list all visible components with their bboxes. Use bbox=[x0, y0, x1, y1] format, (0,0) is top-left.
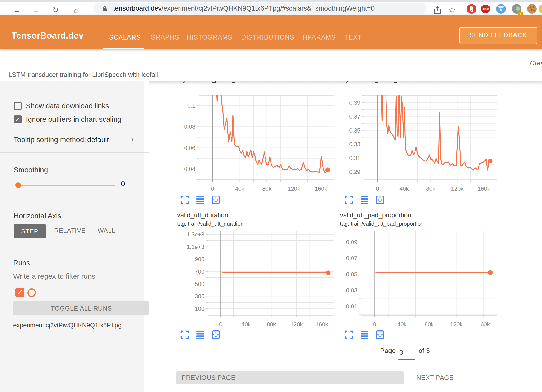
svg-text:0.07: 0.07 bbox=[346, 255, 357, 261]
browser-toolbar: ← → ↻ ⌂ tensorboard.dev/experiment/cj2vt… bbox=[0, 2, 542, 15]
bookmark-star-icon[interactable]: ☆ bbox=[446, 4, 458, 15]
svg-text:160k: 160k bbox=[478, 185, 490, 192]
tooltip-sorting-select[interactable]: default bbox=[87, 136, 109, 144]
ignore-outliers-checkbox[interactable]: ✓ bbox=[14, 115, 22, 123]
svg-text:ABP: ABP bbox=[482, 7, 489, 11]
data-table-icon[interactable] bbox=[196, 195, 205, 204]
fullscreen-icon[interactable] bbox=[180, 195, 189, 204]
chart-valid-simple-loss[interactable]: 0.290.310.330.350.370.39040k80k120k160k bbox=[341, 95, 497, 194]
svg-text:40k: 40k bbox=[397, 321, 407, 328]
run-name: . bbox=[40, 288, 42, 296]
svg-text:120k: 120k bbox=[451, 185, 464, 192]
svg-text:0: 0 bbox=[376, 185, 379, 192]
svg-text:700: 700 bbox=[195, 268, 204, 275]
svg-text:80k: 80k bbox=[425, 321, 434, 328]
svg-text:0.1: 0.1 bbox=[187, 102, 195, 109]
data-table-icon[interactable] bbox=[196, 330, 205, 339]
data-table-icon[interactable] bbox=[360, 195, 369, 204]
tab-distributions[interactable]: DISTRIBUTIONS bbox=[241, 33, 294, 42]
divider bbox=[0, 152, 152, 153]
svg-text:0: 0 bbox=[211, 185, 214, 192]
fullscreen-icon[interactable] bbox=[344, 195, 353, 204]
ignore-outliers-label: Ignore outliers in chart scaling bbox=[26, 115, 121, 123]
cookie-extension-icon[interactable] bbox=[527, 4, 537, 14]
created-text-partial: Crea bbox=[530, 60, 542, 67]
run-color-swatch-icon[interactable] bbox=[27, 288, 36, 297]
smoothing-value-input[interactable]: 0 bbox=[121, 180, 135, 188]
active-tab-underline bbox=[103, 48, 144, 49]
fullscreen-icon[interactable] bbox=[180, 330, 189, 339]
page-label: Page bbox=[380, 347, 396, 355]
chart-toolbar bbox=[180, 195, 220, 204]
svg-text:0.09: 0.09 bbox=[346, 239, 357, 245]
svg-text:1.3e+3: 1.3e+3 bbox=[187, 231, 204, 238]
svg-text:0: 0 bbox=[373, 321, 376, 328]
svg-text:0.39: 0.39 bbox=[349, 99, 360, 106]
tab-scalars[interactable]: SCALARS bbox=[109, 33, 141, 42]
smoothing-slider-track[interactable] bbox=[17, 185, 115, 186]
home-icon[interactable]: ⌂ bbox=[71, 5, 81, 15]
svg-text:80k: 80k bbox=[267, 321, 276, 328]
app-header: TensorBoard.dev SCALARS GRAPHS HISTOGRAM… bbox=[0, 15, 542, 49]
page-number-input[interactable]: 3 bbox=[398, 349, 415, 356]
fit-domain-icon[interactable] bbox=[211, 195, 220, 204]
smiley-extension-icon[interactable] bbox=[539, 4, 542, 14]
tab-hparams[interactable]: HPARAMS bbox=[303, 33, 336, 42]
experiment-title: LSTM transducer training for LibriSpeech… bbox=[8, 71, 158, 79]
svg-text:0.05: 0.05 bbox=[346, 271, 357, 277]
tooltip-sorting-label: Tooltip sorting method: bbox=[14, 136, 86, 144]
svg-text:0.37: 0.37 bbox=[349, 113, 360, 120]
check-icon: ✓ bbox=[17, 288, 23, 296]
svg-text:900: 900 bbox=[195, 256, 204, 262]
v-extension-icon[interactable]: V bbox=[496, 4, 506, 14]
tab-histograms[interactable]: HISTOGRAMS bbox=[187, 33, 232, 42]
chart-valid-utt-pad-proportion[interactable]: 0.010.030.050.070.09040k80k120k160k bbox=[341, 231, 497, 330]
runs-filter-input[interactable]: Write a regex to filter runs bbox=[13, 272, 95, 280]
app-logo[interactable]: TensorBoard.dev bbox=[12, 31, 84, 41]
smoothing-label: Smoothing bbox=[14, 166, 48, 174]
divider bbox=[0, 251, 152, 251]
divider bbox=[0, 205, 152, 205]
chart-title: valid_utt_pad_proportion bbox=[340, 212, 411, 219]
tab-text[interactable]: TEXT bbox=[344, 33, 362, 42]
previous-page-button[interactable]: PREVIOUS PAGE bbox=[176, 371, 404, 384]
url-text[interactable]: tensorboard.dev/experiment/cj2vtPiwQHKN9… bbox=[113, 3, 375, 14]
fullscreen-icon[interactable] bbox=[344, 330, 353, 339]
chart-valid-pruned-loss[interactable]: 0.040.060.080.1040k80k120k160k bbox=[173, 95, 334, 194]
chart-tag: tag: train/valid_utt_pad_proportion bbox=[340, 221, 424, 227]
fit-domain-icon[interactable] bbox=[375, 195, 385, 204]
chart-valid-utt-duration[interactable]: 1003005007009001.1e+31.3e+3040k80k120k16… bbox=[178, 231, 334, 330]
haxis-step-button[interactable]: STEP bbox=[14, 224, 46, 238]
svg-text:0.04: 0.04 bbox=[184, 166, 195, 172]
chart-tag-clipped: tag: train/valid_pruned_loss bbox=[178, 81, 245, 83]
smoothing-slider-thumb[interactable] bbox=[15, 182, 21, 188]
toggle-all-runs-button[interactable]: TOGGLE ALL RUNS bbox=[13, 301, 150, 315]
next-page-button[interactable]: NEXT PAGE bbox=[411, 371, 459, 384]
run-visibility-checkbox[interactable]: ✓ bbox=[15, 288, 24, 297]
svg-text:40k: 40k bbox=[399, 185, 409, 192]
browser-tab-corner bbox=[0, 2, 4, 15]
data-table-icon[interactable] bbox=[360, 330, 369, 339]
stop-hand-extension-icon[interactable] bbox=[467, 4, 476, 14]
haxis-wall-button[interactable]: WALL bbox=[98, 227, 115, 234]
abp-extension-icon[interactable]: ABP bbox=[481, 4, 490, 14]
forward-icon[interactable]: → bbox=[31, 5, 41, 15]
chevron-down-icon[interactable]: ▼ bbox=[131, 138, 134, 142]
charts-area: tag: train/valid_pruned_loss tag: train/… bbox=[149, 81, 542, 392]
share-icon[interactable] bbox=[432, 5, 443, 15]
show-download-links-checkbox[interactable] bbox=[14, 102, 22, 110]
subheader-band: Crea LSTM transducer training for LibriS… bbox=[0, 49, 542, 81]
tab-graphs[interactable]: GRAPHS bbox=[150, 33, 179, 42]
svg-text:40k: 40k bbox=[235, 185, 245, 192]
send-feedback-button[interactable]: SEND FEEDBACK bbox=[459, 27, 537, 44]
svg-text:0.03: 0.03 bbox=[346, 287, 357, 294]
fit-domain-icon[interactable] bbox=[211, 330, 220, 339]
horizontal-axis-label: Horizontal Axis bbox=[14, 212, 61, 220]
page-count-label: of 3 bbox=[419, 347, 430, 355]
back-icon[interactable]: ← bbox=[12, 5, 22, 15]
fit-domain-icon[interactable] bbox=[375, 330, 385, 339]
settings-sidebar: Show data download links ✓ Ignore outlie… bbox=[0, 81, 144, 392]
reload-icon[interactable]: ↻ bbox=[50, 5, 61, 15]
haxis-relative-button[interactable]: RELATIVE bbox=[54, 227, 86, 234]
svg-text:0.06: 0.06 bbox=[184, 145, 195, 151]
